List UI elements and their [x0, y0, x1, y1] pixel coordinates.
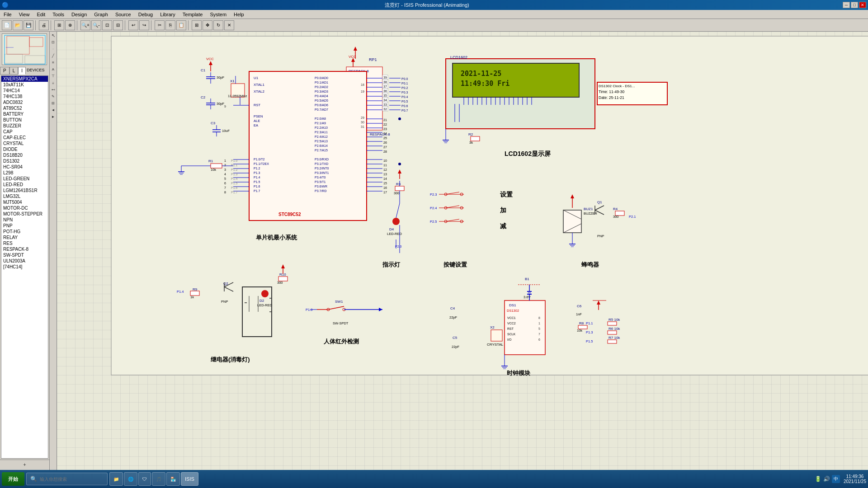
- device-item-7[interactable]: BUTTON: [1, 117, 48, 123]
- zoom-out-btn[interactable]: 🔍-: [91, 20, 101, 30]
- menu-graph[interactable]: Graph: [90, 11, 112, 18]
- device-item-17[interactable]: LED-GREEN: [1, 176, 48, 182]
- open-btn[interactable]: 📂: [13, 20, 23, 30]
- device-item-4[interactable]: ADC0832: [1, 99, 48, 105]
- device-item-27[interactable]: RELAY: [1, 235, 48, 240]
- svg-text:34: 34: [383, 99, 387, 102]
- device-item-21[interactable]: MJT5004: [1, 199, 48, 205]
- device-item-32[interactable]: [74HC14]: [1, 264, 48, 270]
- device-item-1[interactable]: 10xAT11K: [1, 82, 48, 88]
- device-item-2[interactable]: 74HC14: [1, 88, 48, 94]
- device-item-23[interactable]: MOTOR-STEPPER: [1, 211, 48, 217]
- taskbar-file[interactable]: 📁: [109, 472, 123, 486]
- device-item-5[interactable]: AT89C52: [1, 105, 48, 111]
- taskbar-isis[interactable]: ISIS: [181, 472, 198, 486]
- block-copy-btn[interactable]: ⊞: [192, 20, 202, 30]
- device-item-26[interactable]: POT-HG: [1, 229, 48, 235]
- tab-l[interactable]: L: [9, 67, 19, 75]
- svg-text:1nF: 1nF: [576, 312, 582, 316]
- device-item-30[interactable]: SW-SPDT: [1, 252, 48, 258]
- taskbar-ie[interactable]: 🌐: [124, 472, 137, 486]
- terminal-tool[interactable]: ⊤: [51, 73, 56, 79]
- svg-text:设置: 设置: [500, 191, 513, 198]
- device-item-22[interactable]: MOTOR-DC: [1, 205, 48, 211]
- block-delete-btn[interactable]: ✕: [224, 20, 234, 30]
- menu-system[interactable]: System: [206, 11, 230, 18]
- minimize-button[interactable]: ─: [843, 2, 850, 8]
- zoom-area-btn[interactable]: ⊟: [113, 20, 123, 30]
- device-item-24[interactable]: NPN: [1, 217, 48, 223]
- menu-template[interactable]: Template: [179, 11, 207, 18]
- taskbar-store[interactable]: 🏪: [166, 472, 180, 486]
- print-btn[interactable]: 🖨: [39, 20, 49, 30]
- menu-library[interactable]: Library: [156, 11, 179, 18]
- device-item-6[interactable]: BATTERY: [1, 111, 48, 117]
- device-item-15[interactable]: HC-SR04: [1, 164, 48, 170]
- device-item-8[interactable]: BUZZER: [1, 123, 48, 129]
- ime-indicator[interactable]: 中: [832, 475, 840, 483]
- device-item-29[interactable]: RESPACK-8: [1, 246, 48, 252]
- redo-btn[interactable]: ↪: [139, 20, 149, 30]
- new-btn[interactable]: 📄: [2, 20, 12, 30]
- menu-help[interactable]: Help: [230, 11, 248, 18]
- copy-btn[interactable]: ⎘: [165, 20, 175, 30]
- grid-btn[interactable]: ⊞: [54, 20, 64, 30]
- text-tool[interactable]: A: [51, 66, 56, 72]
- block-rotate-btn[interactable]: ↻: [213, 20, 223, 30]
- search-input[interactable]: [40, 477, 104, 482]
- device-item-14[interactable]: DS1302: [1, 158, 48, 164]
- start-button[interactable]: 开始: [2, 472, 24, 486]
- device-item-20[interactable]: LMG32L: [1, 193, 48, 199]
- device-item-19[interactable]: LGM12641BS1R: [1, 188, 48, 193]
- add-component-btn[interactable]: +: [21, 461, 28, 468]
- svg-text:R3: R3: [396, 182, 401, 186]
- probe-tool[interactable]: ⊷: [51, 87, 56, 92]
- device-item-12[interactable]: DIODE: [1, 146, 48, 152]
- taskbar-360[interactable]: 🛡: [138, 472, 151, 486]
- device-item-3[interactable]: 74HC138: [1, 94, 48, 99]
- power-tool[interactable]: ⏚: [51, 80, 56, 85]
- wire-tool[interactable]: ╱: [51, 53, 56, 58]
- canvas-area[interactable]: VCC RP1 RESPACK-8 U1 XTAL1 XTAL2 RST PSE…: [57, 32, 868, 477]
- component-tool[interactable]: ⊡: [51, 39, 56, 45]
- device-item-10[interactable]: CAP-ELEC: [1, 135, 48, 141]
- save-btn[interactable]: 💾: [24, 20, 33, 30]
- device-item-25[interactable]: PNP: [1, 223, 48, 229]
- menu-edit[interactable]: Edit: [33, 11, 49, 18]
- origin-btn[interactable]: ⊕: [65, 20, 75, 30]
- next-tool[interactable]: ►: [51, 114, 56, 119]
- device-item-16[interactable]: L298: [1, 170, 48, 176]
- device-item-11[interactable]: CRYSTAL: [1, 141, 48, 146]
- zoom-all-btn[interactable]: ⊡: [102, 20, 112, 30]
- tab-i[interactable]: I: [18, 67, 26, 75]
- taskbar-music[interactable]: 🎵: [152, 472, 165, 486]
- marker-tool[interactable]: ✎: [51, 94, 56, 99]
- device-item-31[interactable]: ULN2003A: [1, 258, 48, 264]
- device-item-0[interactable]: XNERSMPX2CA: [1, 76, 48, 82]
- menu-file[interactable]: File: [0, 11, 15, 18]
- select-tool[interactable]: ↖: [51, 33, 56, 38]
- device-item-18[interactable]: LED-RED: [1, 182, 48, 188]
- zoom-area-tool[interactable]: ⊟: [51, 100, 56, 106]
- svg-text:按键设置: 按键设置: [443, 261, 467, 268]
- close-button[interactable]: ✕: [859, 2, 866, 8]
- undo-btn[interactable]: ↩: [128, 20, 138, 30]
- maximize-button[interactable]: □: [851, 2, 858, 8]
- device-list[interactable]: XNERSMPX2CA 10xAT11K 74HC14 74HC138 ADC0…: [1, 75, 48, 459]
- junction-tool[interactable]: ·: [51, 46, 56, 52]
- block-move-btn[interactable]: ✥: [203, 20, 212, 30]
- menu-source[interactable]: Source: [112, 11, 135, 18]
- cut-btn[interactable]: ✂: [155, 20, 165, 30]
- paste-btn[interactable]: 📋: [176, 20, 186, 30]
- device-item-9[interactable]: CAP: [1, 129, 48, 135]
- device-item-28[interactable]: RES: [1, 240, 48, 246]
- zoom-in-btn[interactable]: 🔍+: [80, 20, 90, 30]
- menu-view[interactable]: View: [15, 11, 33, 18]
- menu-tools[interactable]: Tools: [49, 11, 68, 18]
- tab-p[interactable]: P: [0, 67, 9, 75]
- prev-tool[interactable]: ◄: [51, 107, 56, 113]
- bus-tool[interactable]: ≡: [51, 60, 56, 65]
- device-item-13[interactable]: DS18B20: [1, 152, 48, 158]
- menu-design[interactable]: Design: [68, 11, 90, 18]
- menu-debug[interactable]: Debug: [135, 11, 156, 18]
